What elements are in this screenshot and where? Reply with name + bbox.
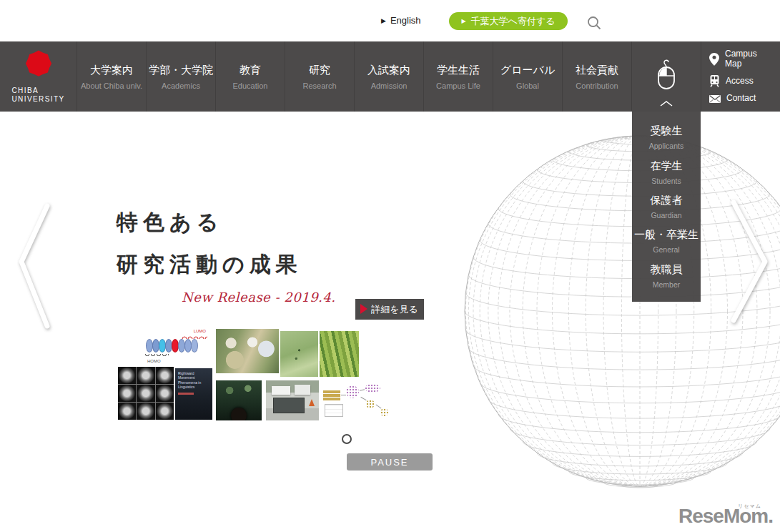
nav-item-research[interactable]: 研究 Research [285, 41, 354, 112]
top-bar: ▶ English ▶ 千葉大学へ寄付する [0, 0, 780, 41]
logo-sun-icon [18, 49, 59, 84]
access-link[interactable]: Access [709, 75, 780, 87]
collage-rice-field-photo [320, 331, 359, 377]
resemom-watermark: リセマム ReseMom. [678, 505, 773, 528]
diagram-legend [325, 404, 343, 417]
nav-item-contribution[interactable]: 社会貢献 Contribution [562, 41, 631, 112]
donate-label: 千葉大学へ寄付する [471, 15, 556, 28]
logo-wordmark: CHIBA UNIVERSITY [11, 87, 64, 104]
nav-item-global[interactable]: グローバル Global [493, 41, 562, 112]
release-note: New Release - 2019.4. [182, 290, 336, 305]
chiba-university-logo[interactable]: CHIBA UNIVERSITY [0, 41, 76, 112]
main-nav: CHIBA UNIVERSITY 大学案内 About Chiba univ. … [0, 41, 780, 112]
mouse-icon [656, 59, 677, 93]
play-triangle-icon [360, 304, 367, 314]
see-details-button[interactable]: 詳細を見る [355, 299, 424, 320]
collage-forest-canopy-photo [216, 380, 262, 420]
person-silhouette [231, 408, 247, 420]
carousel-pagination-dot[interactable] [342, 434, 352, 444]
pause-button[interactable]: PAUSE [347, 453, 433, 471]
audience-item-guardian[interactable]: 保護者 Guardian [651, 194, 683, 220]
book-author-line [178, 393, 194, 395]
gold-grid-graphic [323, 390, 340, 400]
donate-button[interactable]: ▶ 千葉大学へ寄付する [449, 12, 568, 30]
collage-process-diagram [320, 383, 391, 420]
chevron-up-icon [658, 100, 674, 107]
collage-book-cover: Rightward Movement Phenomena in Linguist… [175, 368, 212, 420]
nav-item-campus-life[interactable]: 学生生活 Campus Life [423, 41, 493, 112]
nav-item-academics[interactable]: 学部・大学院 Academics [146, 41, 215, 112]
audience-menu-toggle[interactable] [631, 41, 701, 112]
english-label: English [390, 15, 421, 26]
collage-equipment-photo [266, 380, 319, 420]
triangle-icon: ▶ [381, 17, 386, 24]
chevron-left-icon [11, 202, 54, 330]
contact-link[interactable]: Contact [709, 94, 780, 104]
map-pin-icon [709, 53, 719, 66]
nav-item-about[interactable]: 大学案内 About Chiba univ. [76, 41, 146, 112]
lumo-wave-graphic [182, 334, 207, 339]
carousel-next-arrow[interactable] [725, 199, 769, 326]
search-icon[interactable] [586, 15, 602, 31]
triangle-icon: ▶ [461, 18, 465, 24]
traffic-cone [309, 399, 315, 406]
audience-item-applicants[interactable]: 受験生 Applicants [649, 124, 683, 150]
english-language-link[interactable]: ▶ English [381, 15, 421, 26]
chevron-right-icon [725, 199, 769, 324]
audience-item-students[interactable]: 在学生 Students [651, 159, 683, 185]
train-icon [709, 75, 720, 87]
hero-title: 特色ある 研究活動の成果 [117, 212, 302, 275]
carousel-prev-arrow[interactable] [11, 202, 54, 332]
nav-item-admission[interactable]: 入試案内 Admission [354, 41, 423, 112]
audience-item-general[interactable]: 一般・卒業生 General [634, 228, 698, 254]
audience-item-member[interactable]: 教職員 Member [651, 263, 683, 289]
collage-microscopy-grid [118, 367, 174, 420]
audience-dropdown-menu: 受験生 Applicants 在学生 Students 保護者 Guardian… [632, 112, 701, 302]
molecule-orbital-row [146, 339, 197, 353]
collage-damselfly-photo [280, 331, 318, 377]
campus-map-link[interactable]: Campus Map [709, 49, 780, 69]
quick-links: Campus Map Access Contact [701, 41, 780, 112]
collage-molecular-diagram: LUMO HOMO [142, 327, 209, 365]
homo-wave-graphic [144, 354, 169, 358]
nav-item-education[interactable]: 教育 Education [215, 41, 285, 112]
collage-beekeepers-photo [216, 329, 279, 373]
mail-icon [709, 95, 721, 103]
